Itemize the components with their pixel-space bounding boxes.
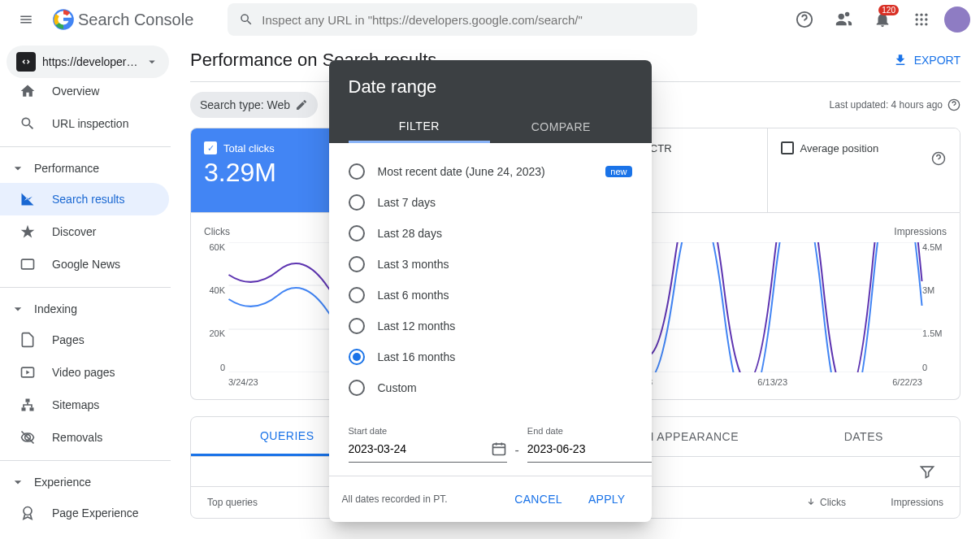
date-option-1[interactable]: Last 7 days [349,187,632,218]
date-range-modal: Date range FILTER COMPARE Most recent da… [329,60,652,522]
radio-label: Custom [378,381,632,394]
end-date-input[interactable] [527,442,652,455]
radio-icon [349,194,365,211]
modal-tab-filter[interactable]: FILTER [349,111,491,143]
date-option-4[interactable]: Last 6 months [349,280,632,311]
radio-label: Last 7 days [378,196,632,209]
radio-icon [349,163,365,180]
apply-button[interactable]: APPLY [575,486,639,512]
modal-overlay[interactable]: Date range FILTER COMPARE Most recent da… [0,0,980,539]
footer-note: All dates recorded in PT. [342,493,502,505]
radio-icon [349,318,365,334]
date-option-0[interactable]: Most recent date (June 24, 2023)new [349,156,632,187]
radio-label: Last 16 months [378,350,632,363]
end-date-label: End date [527,426,652,436]
radio-icon [349,225,365,241]
start-date-input[interactable] [349,442,491,455]
radio-icon [349,287,365,303]
new-badge: new [605,166,631,177]
radio-label: Last 3 months [378,258,632,271]
radio-label: Last 6 months [378,289,632,302]
svg-rect-28 [492,444,505,454]
date-option-2[interactable]: Last 28 days [349,218,632,249]
radio-icon [349,256,365,272]
date-option-3[interactable]: Last 3 months [349,249,632,280]
radio-icon [349,380,365,396]
modal-tab-compare[interactable]: COMPARE [490,111,632,143]
calendar-icon[interactable] [491,441,507,457]
cancel-button[interactable]: CANCEL [501,486,575,512]
radio-label: Last 12 months [378,319,632,333]
start-date-label: Start date [349,426,507,436]
radio-label: Most recent date (June 24, 2023) [378,165,593,178]
radio-icon [349,349,365,365]
date-option-6[interactable]: Last 16 months [349,341,632,372]
date-separator: - [515,443,519,463]
modal-title: Date range [349,76,632,98]
radio-label: Last 28 days [378,227,632,240]
date-option-5[interactable]: Last 12 months [349,311,632,341]
date-option-7[interactable]: Custom [349,372,632,403]
